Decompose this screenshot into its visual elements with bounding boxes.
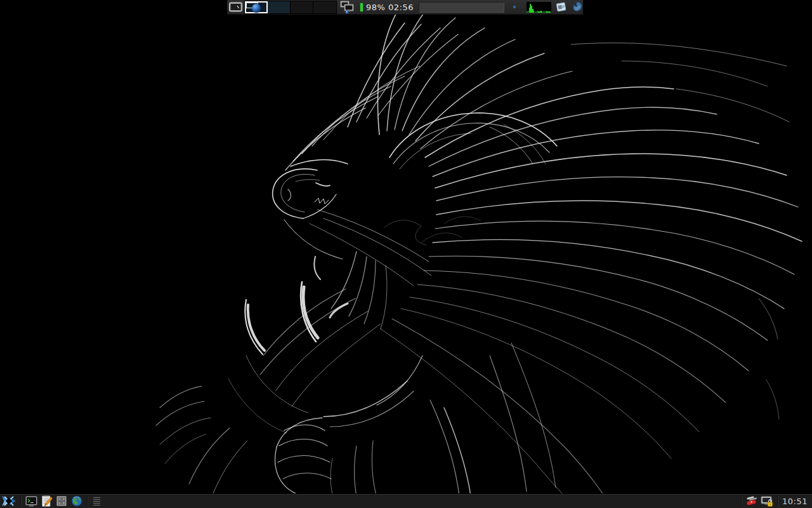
screen-lock-icon[interactable] [760, 495, 774, 507]
pager-app-globe-icon [252, 4, 261, 13]
pager-cell-1[interactable] [245, 1, 268, 13]
system-tray [419, 2, 504, 13]
top-panel: 98% 02:56 [227, 0, 583, 15]
pager-cell-3[interactable] [291, 1, 313, 13]
cpu-load-graph[interactable] [527, 2, 551, 13]
touchpad-indicator-icon[interactable] [229, 1, 242, 13]
wallpaper-beast-sketch [0, 0, 812, 508]
taskbar-separator [20, 496, 21, 506]
seashell-icon[interactable] [572, 1, 583, 13]
clock[interactable]: 10:51 [782, 497, 808, 506]
workspace-pager [244, 1, 337, 14]
cpu-bar [550, 11, 551, 13]
battery-bar [360, 3, 363, 11]
tray-dot-icon[interactable] [513, 6, 516, 8]
pager-cell-4[interactable] [313, 1, 336, 13]
taskbar-separator [741, 496, 742, 506]
swiss-army-knife-icon[interactable] [745, 495, 759, 507]
battery-label: 98% 02:56 [366, 3, 414, 12]
web-browser-icon[interactable] [70, 495, 84, 507]
battery-indicator[interactable]: 98% 02:56 [360, 3, 414, 12]
file-manager-icon[interactable] [55, 495, 69, 507]
taskbar-separator [777, 496, 778, 506]
text-editor-icon[interactable] [39, 495, 53, 507]
terminal-icon[interactable] [24, 495, 38, 507]
fluxbox-logo-icon[interactable] [1, 495, 17, 507]
taskbar: 10:51 [0, 493, 812, 508]
pager-cell-2[interactable] [268, 1, 291, 13]
window-list-grip-icon[interactable] [93, 497, 100, 505]
desktop[interactable] [0, 0, 812, 508]
taskbar-separator [87, 496, 88, 506]
clipboard-icon[interactable] [555, 1, 567, 13]
display-settings-icon[interactable] [340, 1, 355, 14]
